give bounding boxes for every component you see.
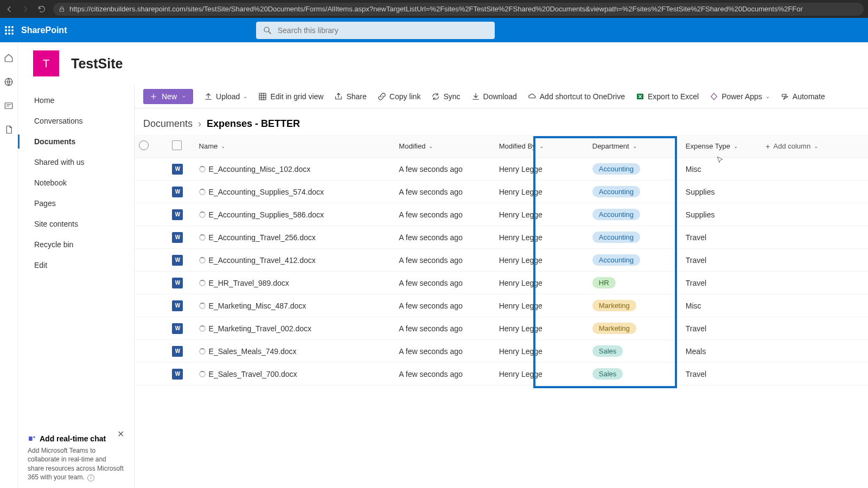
department-pill[interactable]: Accounting (592, 232, 640, 243)
modified-by-cell[interactable]: Henry Legge (495, 317, 588, 340)
modified-by-cell[interactable]: Henry Legge (495, 249, 588, 272)
word-icon: W (172, 346, 183, 357)
modified-by-cell[interactable]: Henry Legge (495, 272, 588, 294)
modified-cell: A few seconds ago (394, 203, 494, 226)
loading-icon (199, 257, 206, 264)
app-launcher-button[interactable] (0, 18, 18, 42)
new-button[interactable]: New (143, 89, 193, 104)
reload-button[interactable] (37, 4, 47, 14)
nav-item-pages[interactable]: Pages (18, 193, 134, 214)
file-name[interactable]: E_Accounting_Travel_412.docx (209, 256, 316, 265)
file-name[interactable]: E_Accounting_Travel_256.docx (209, 233, 316, 242)
department-pill[interactable]: Accounting (592, 209, 640, 220)
info-icon[interactable]: i (87, 474, 94, 481)
files-icon[interactable] (4, 125, 14, 134)
department-pill[interactable]: Marketing (592, 300, 636, 311)
nav-item-shared-with-us[interactable]: Shared with us (18, 152, 134, 172)
select-all-header[interactable] (135, 135, 168, 158)
site-logo[interactable]: T (33, 50, 59, 76)
table-row[interactable]: WE_Accounting_Travel_256.docxA few secon… (135, 226, 868, 249)
export-excel-button[interactable]: Export to Excel (636, 92, 699, 101)
table-row[interactable]: WE_Accounting_Misc_102.docxA few seconds… (135, 158, 868, 181)
table-row[interactable]: WE_Accounting_Supplies_574.docxA few sec… (135, 181, 868, 203)
file-name[interactable]: E_Accounting_Supplies_586.docx (209, 210, 324, 219)
forward-button[interactable] (21, 4, 30, 14)
modified-by-cell[interactable]: Henry Legge (495, 226, 588, 249)
add-column-header[interactable]: +Add column⌄ (761, 135, 868, 158)
edit-grid-button[interactable]: Edit in grid view (258, 92, 323, 101)
browser-toolbar: https://citizenbuilders.sharepoint.com/s… (0, 0, 868, 18)
modified-by-cell[interactable]: Henry Legge (495, 203, 588, 226)
word-icon: W (172, 300, 183, 311)
modified-by-cell[interactable]: Henry Legge (495, 340, 588, 363)
svg-rect-3 (29, 436, 33, 441)
back-button[interactable] (4, 4, 14, 14)
upload-button[interactable]: Upload⌄ (204, 92, 247, 101)
svg-point-4 (33, 436, 35, 439)
modified-by-cell[interactable]: Henry Legge (495, 158, 588, 181)
name-header[interactable]: Name⌄ (195, 135, 395, 158)
table-row[interactable]: WE_Marketing_Misc_487.docxA few seconds … (135, 294, 868, 317)
table-row[interactable]: WE_Sales_Meals_749.docxA few seconds ago… (135, 340, 868, 363)
table-row[interactable]: WE_Accounting_Supplies_586.docxA few sec… (135, 203, 868, 226)
file-name[interactable]: E_Sales_Travel_700.docx (209, 370, 297, 378)
power-apps-button[interactable]: Power Apps⌄ (710, 92, 770, 101)
grid-icon (258, 92, 267, 101)
department-pill[interactable]: Accounting (592, 254, 640, 266)
table-row[interactable]: WE_Sales_Travel_700.docxA few seconds ag… (135, 363, 868, 386)
nav-item-recycle-bin[interactable]: Recycle bin (18, 234, 134, 255)
table-row[interactable]: WE_HR_Travel_989.docxA few seconds agoHe… (135, 272, 868, 294)
search-box[interactable] (256, 22, 495, 39)
nav-item-documents[interactable]: Documents (18, 131, 134, 152)
download-button[interactable]: Download (471, 92, 517, 101)
filetype-header[interactable] (168, 135, 194, 158)
modified-by-cell[interactable]: Henry Legge (495, 363, 588, 386)
department-header[interactable]: Department⌄ (588, 135, 681, 158)
site-name[interactable]: TestSite (71, 56, 123, 72)
search-input[interactable] (278, 26, 488, 35)
nav-item-home[interactable]: Home (18, 90, 134, 111)
brand-label[interactable]: SharePoint (21, 25, 67, 35)
loading-icon (199, 371, 206, 377)
share-button[interactable]: Share (334, 92, 366, 101)
nav-item-notebook[interactable]: Notebook (18, 172, 134, 193)
file-name[interactable]: E_Sales_Meals_749.docx (209, 347, 297, 356)
news-icon[interactable] (4, 101, 14, 111)
file-name[interactable]: E_Marketing_Misc_487.docx (209, 301, 307, 310)
home-icon[interactable] (4, 53, 14, 63)
modified-header[interactable]: Modified⌄ (394, 135, 494, 158)
modified-by-cell[interactable]: Henry Legge (495, 294, 588, 317)
file-name[interactable]: E_HR_Travel_989.docx (209, 279, 289, 287)
breadcrumb-root[interactable]: Documents (143, 118, 193, 130)
plus-icon: + (765, 142, 770, 151)
department-pill[interactable]: Accounting (592, 163, 640, 175)
globe-icon[interactable] (4, 77, 14, 87)
department-pill[interactable]: Marketing (592, 323, 636, 334)
expense-type-cell: Travel (681, 272, 761, 294)
file-name[interactable]: E_Marketing_Travel_002.docx (209, 324, 311, 333)
automate-button[interactable]: Automate (781, 92, 825, 101)
modified-cell: A few seconds ago (394, 181, 494, 203)
nav-item-edit[interactable]: Edit (18, 255, 134, 275)
word-icon: W (172, 209, 183, 220)
department-pill[interactable]: Sales (592, 368, 623, 380)
nav-item-conversations[interactable]: Conversations (18, 111, 134, 131)
close-icon[interactable]: ✕ (117, 429, 124, 439)
shortcut-button[interactable]: Add shortcut to OneDrive (528, 92, 625, 101)
sync-button[interactable]: Sync (431, 92, 460, 101)
expense-type-header[interactable]: Expense Type⌄ (681, 135, 761, 158)
address-bar[interactable]: https://citizenbuilders.sharepoint.com/s… (53, 3, 864, 16)
site-nav: HomeConversationsDocumentsShared with us… (18, 85, 135, 488)
table-row[interactable]: WE_Accounting_Travel_412.docxA few secon… (135, 249, 868, 272)
department-pill[interactable]: HR (592, 277, 616, 288)
table-row[interactable]: WE_Marketing_Travel_002.docxA few second… (135, 317, 868, 340)
department-pill[interactable]: Accounting (592, 186, 640, 197)
file-name[interactable]: E_Accounting_Misc_102.docx (209, 165, 311, 174)
expense-type-cell: Travel (681, 226, 761, 249)
modified-by-cell[interactable]: Henry Legge (495, 181, 588, 203)
modified-by-header[interactable]: Modified By⌄ (495, 135, 588, 158)
department-pill[interactable]: Sales (592, 345, 623, 357)
copy-link-button[interactable]: Copy link (378, 92, 421, 101)
nav-item-site-contents[interactable]: Site contents (18, 214, 134, 234)
file-name[interactable]: E_Accounting_Supplies_574.docx (209, 188, 324, 196)
